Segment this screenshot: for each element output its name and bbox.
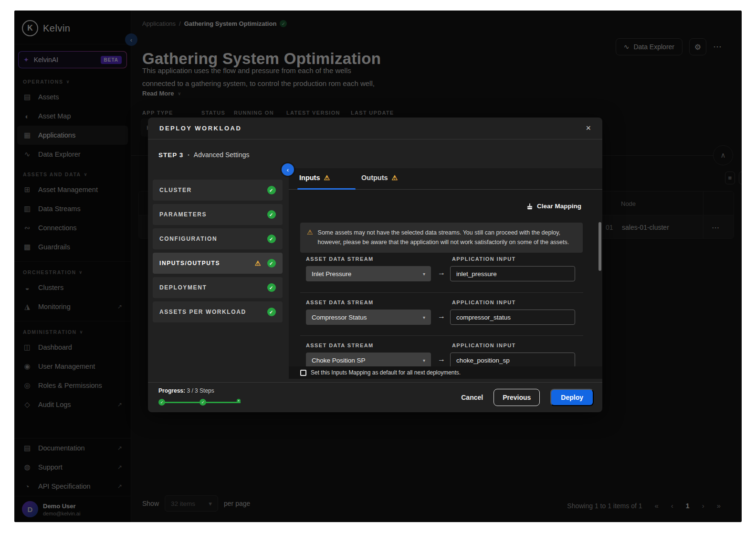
progress-text: Progress: 3 / 3 Steps (158, 387, 243, 394)
application-input-label: APPLICATION INPUT (452, 342, 516, 348)
step-label: PARAMETERS (159, 211, 207, 218)
caret-down-icon: ▾ (423, 358, 425, 363)
selected-value: Compressor Status (312, 314, 367, 321)
tabs: Inputs ⚠ Outputs ⚠ (289, 168, 602, 190)
caret-down-icon: ▾ (423, 315, 425, 320)
chevron-left-icon: ‹ (287, 166, 289, 173)
application-input-field[interactable]: compressor_status (450, 310, 575, 325)
application-input-label: APPLICATION INPUT (452, 300, 516, 305)
app-window: K Kelvin ✦ KelvinAI BETA OPERATIONS ∨ ▤ … (14, 11, 742, 522)
caret-down-icon: ▾ (423, 271, 425, 277)
broom-icon (526, 203, 533, 210)
warning-icon: ⚠ (392, 174, 398, 181)
warning-text: Some assets may not have the selected da… (318, 228, 576, 247)
input-value: compressor_status (456, 314, 511, 321)
default-mapping-checkbox[interactable] (300, 370, 306, 376)
inputs-outputs-panel: Inputs ⚠ Outputs ⚠ Clear Mapping ⚠ Some … (289, 168, 602, 379)
tab-label: Outputs (361, 174, 388, 182)
check-circle-icon: ✓ (267, 308, 276, 316)
asset-data-stream-label: ASSET DATA STREAM (306, 342, 374, 348)
asset-data-stream-select[interactable]: Choke Position SP ▾ (306, 353, 431, 368)
warning-banner: ⚠ Some assets may not have the selected … (300, 223, 583, 253)
step-name: Advanced Settings (194, 151, 250, 159)
check-circle-icon: ✓ (267, 259, 276, 268)
warning-icon: ⚠ (324, 174, 330, 181)
asset-data-stream-select[interactable]: Inlet Pressure ▾ (306, 266, 431, 281)
previous-button[interactable]: Previous (494, 389, 540, 406)
step-indicator: STEP 3 • Advanced Settings (158, 151, 250, 159)
progress-node-3 (237, 399, 241, 403)
arrow-right-icon: → (438, 355, 445, 364)
cancel-button[interactable]: Cancel (461, 394, 483, 401)
step-cluster[interactable]: CLUSTER ✓ (153, 180, 283, 201)
step-configuration[interactable]: CONFIGURATION ✓ (153, 228, 283, 249)
step-assets-per-workload[interactable]: ASSETS PER WORKLOAD ✓ (153, 301, 283, 322)
tab-outputs[interactable]: Outputs ⚠ (361, 174, 398, 182)
warning-icon: ⚠ (255, 260, 262, 267)
progress-indicator: Progress: 3 / 3 Steps ✓ ✓ (158, 387, 243, 406)
input-value: inlet_pressure (456, 270, 497, 278)
step-deployment[interactable]: DEPLOYMENT ✓ (153, 277, 283, 298)
check-circle-icon: ✓ (267, 235, 276, 243)
check-circle-icon: ✓ (267, 186, 276, 194)
step-label: ASSETS PER WORKLOAD (159, 309, 246, 315)
screenshot-canvas: K Kelvin ✦ KelvinAI BETA OPERATIONS ∨ ▤ … (0, 0, 756, 535)
clear-mapping-button[interactable]: Clear Mapping (526, 203, 581, 210)
active-tab-underline (297, 188, 356, 190)
step-number: STEP 3 (158, 151, 183, 159)
modal-footer-buttons: Cancel Previous Deploy (461, 389, 594, 406)
check-circle-icon: ✓ (267, 210, 276, 219)
close-icon[interactable]: × (586, 123, 591, 133)
asset-data-stream-label: ASSET DATA STREAM (306, 300, 374, 305)
asset-data-stream-label: ASSET DATA STREAM (306, 256, 374, 262)
default-mapping-label: Set this Inputs Mapping as default for a… (311, 369, 461, 376)
scrollbar-thumb[interactable] (598, 222, 601, 271)
divider (300, 335, 583, 336)
step-inputs-outputs[interactable]: INPUTS/OUTPUTS ⚠ ✓ (153, 253, 283, 274)
selected-value: Choke Position SP (312, 357, 366, 364)
tab-label: Inputs (299, 174, 320, 182)
steps-panel-collapse-button[interactable]: ‹ (282, 163, 294, 176)
warning-icon: ⚠ (307, 229, 313, 247)
application-input-label: APPLICATION INPUT (452, 256, 516, 262)
progress-node-1: ✓ (158, 399, 165, 406)
step-label: INPUTS/OUTPUTS (159, 260, 220, 267)
arrow-right-icon: → (438, 312, 445, 321)
clear-mapping-label: Clear Mapping (537, 203, 581, 210)
arrow-right-icon: → (438, 268, 445, 277)
modal-header: DEPLOY WORKLOAD × (148, 118, 602, 139)
step-parameters[interactable]: PARAMETERS ✓ (153, 204, 283, 225)
selected-value: Inlet Pressure (312, 270, 351, 278)
progress-node-2: ✓ (200, 399, 206, 406)
modal-title: DEPLOY WORKLOAD (159, 125, 242, 132)
step-label: CONFIGURATION (159, 235, 217, 242)
divider (300, 292, 583, 293)
progress-label: Progress: (158, 387, 185, 394)
bullet-icon: • (188, 152, 189, 158)
tab-inputs[interactable]: Inputs ⚠ (299, 174, 330, 182)
progress-bar: ✓ ✓ (158, 399, 243, 406)
check-circle-icon: ✓ (267, 283, 276, 292)
step-label: DEPLOYMENT (159, 284, 207, 291)
input-value: choke_position_sp (456, 357, 510, 364)
default-mapping-option: Set this Inputs Mapping as default for a… (289, 366, 602, 379)
progress-value: 3 / 3 Steps (187, 387, 214, 394)
wizard-steps-panel: CLUSTER ✓ PARAMETERS ✓ CONFIGURATION ✓ I… (153, 180, 283, 326)
deploy-button[interactable]: Deploy (550, 389, 594, 406)
step-label: CLUSTER (159, 187, 192, 193)
asset-data-stream-select[interactable]: Compressor Status ▾ (306, 310, 431, 325)
application-input-field[interactable]: inlet_pressure (450, 266, 575, 281)
application-input-field[interactable]: choke_position_sp (450, 353, 575, 368)
modal-footer: Progress: 3 / 3 Steps ✓ ✓ Cancel Previou… (148, 382, 602, 412)
deploy-workload-modal: DEPLOY WORKLOAD × STEP 3 • Advanced Sett… (148, 118, 602, 412)
